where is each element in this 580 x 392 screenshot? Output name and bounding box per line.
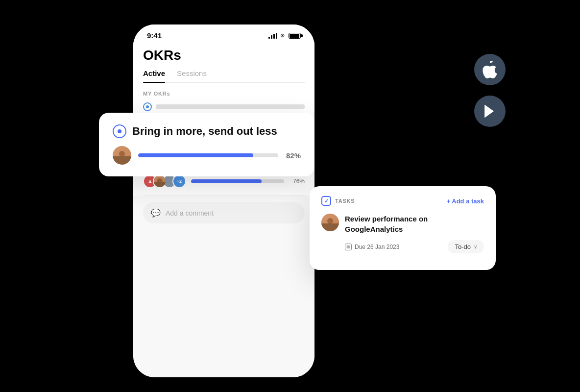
chevron-down-icon: ∨ bbox=[474, 244, 477, 249]
play-store-badge[interactable] bbox=[474, 96, 506, 127]
big-card-avatar bbox=[113, 146, 131, 165]
scene: 9:41 ⊛ OKRs bbox=[70, 15, 510, 377]
task-check-icon: ✓ bbox=[321, 196, 331, 206]
target-icon bbox=[113, 124, 126, 138]
tab-sessions[interactable]: Sessions bbox=[177, 69, 207, 82]
big-card-progress-pct: 82% bbox=[285, 151, 301, 160]
team-progress-bg bbox=[191, 179, 284, 183]
phone-frame: 9:41 ⊛ OKRs bbox=[133, 24, 314, 377]
my-okrs-label: MY OKRs bbox=[143, 91, 305, 97]
task-label-row: ✓ TASKS bbox=[321, 196, 355, 206]
okr-dot-icon bbox=[143, 102, 152, 111]
phone-screen: 9:41 ⊛ OKRs bbox=[133, 24, 314, 377]
due-date: ▦ Due 26 Jan 2023 bbox=[345, 244, 399, 250]
task-avatar bbox=[321, 214, 339, 231]
status-bar: 9:41 ⊛ bbox=[133, 24, 314, 40]
task-card-header: ✓ TASKS + Add a task bbox=[321, 196, 484, 206]
comment-bar[interactable]: 💬 Add a comment bbox=[143, 202, 305, 223]
apple-icon bbox=[483, 61, 497, 78]
battery-icon bbox=[289, 33, 301, 39]
calendar-icon: ▦ bbox=[345, 244, 352, 250]
signal-icon bbox=[268, 33, 277, 39]
team-progress-pct: 76% bbox=[289, 178, 305, 185]
task-footer: ▦ Due 26 Jan 2023 To-do ∨ bbox=[345, 240, 484, 253]
status-dropdown[interactable]: To-do ∨ bbox=[448, 240, 484, 253]
okr-big-card[interactable]: Bring in more, send out less 82% bbox=[99, 113, 314, 176]
tabs: Active Sessions bbox=[143, 69, 305, 83]
status-icons: ⊛ bbox=[268, 32, 301, 39]
comment-icon: 💬 bbox=[151, 208, 161, 218]
task-title: Review performance on GoogleAnalytics bbox=[345, 214, 484, 234]
wifi-icon: ⊛ bbox=[280, 32, 285, 39]
tab-active[interactable]: Active bbox=[143, 69, 165, 82]
task-card[interactable]: ✓ TASKS + Add a task Review performance … bbox=[310, 186, 496, 270]
apple-store-badge[interactable] bbox=[474, 54, 506, 85]
avatar-plus: +2 bbox=[172, 174, 186, 188]
task-section-title: TASKS bbox=[335, 198, 355, 204]
avatar-group: ♟ +2 bbox=[143, 174, 186, 188]
add-task-button[interactable]: + Add a task bbox=[447, 197, 484, 205]
comment-placeholder: Add a comment bbox=[166, 209, 214, 217]
okr-big-card-title: Bring in more, send out less bbox=[113, 124, 301, 138]
play-icon bbox=[482, 103, 498, 119]
big-card-progress-bg bbox=[138, 153, 278, 157]
task-details: Review performance on GoogleAnalytics ▦ … bbox=[345, 214, 484, 253]
status-time: 9:41 bbox=[147, 31, 162, 40]
app-title: OKRs bbox=[143, 48, 305, 63]
task-item[interactable]: Review performance on GoogleAnalytics ▦ … bbox=[321, 214, 484, 253]
